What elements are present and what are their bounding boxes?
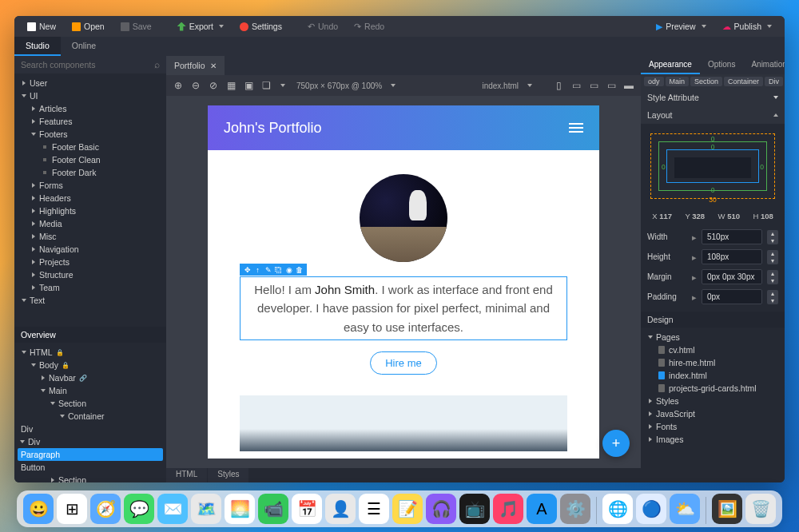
overview-item[interactable]: Paragraph xyxy=(18,448,163,461)
layout-section-header[interactable]: Layout xyxy=(641,106,785,124)
right-tab-options[interactable]: Options xyxy=(700,56,743,74)
dock-app-icon[interactable]: 😀 xyxy=(23,494,54,524)
zoom-out-icon[interactable]: ⊖ xyxy=(190,80,201,91)
canvas[interactable]: John's Portfolio ✥ ↑ ✎ ⿻ ◉ � xyxy=(166,96,641,468)
search-input[interactable] xyxy=(21,60,151,69)
dock-app-icon[interactable]: 📅 xyxy=(292,494,322,524)
redo-button[interactable]: ↷ Redo xyxy=(348,19,391,34)
new-button[interactable]: New xyxy=(21,19,62,34)
bottom-tab-html[interactable]: HTML xyxy=(166,468,207,482)
dock-app-icon[interactable]: 📝 xyxy=(392,494,423,524)
design-item[interactable]: Images xyxy=(641,433,785,446)
component-item[interactable]: UI xyxy=(14,89,166,102)
edit-icon[interactable]: ✎ xyxy=(264,265,272,274)
component-item[interactable]: Text xyxy=(14,294,166,307)
dock-app-icon[interactable]: 🌐 xyxy=(602,494,633,524)
preview-image[interactable] xyxy=(240,395,567,451)
component-item[interactable]: Footer Basic xyxy=(14,141,166,153)
dock-app-icon[interactable]: ⊞ xyxy=(57,494,87,524)
component-item[interactable]: Footer Dark xyxy=(14,166,166,179)
dock-app-icon[interactable]: ⚙️ xyxy=(560,494,590,524)
stepper[interactable]: ▴▾ xyxy=(767,270,778,284)
selected-element[interactable]: ✥ ↑ ✎ ⿻ ◉ 🗑 Hello! I am John Smith. I wo… xyxy=(240,276,567,340)
dock-app-icon[interactable]: 🗺️ xyxy=(191,494,221,524)
prop-value[interactable]: 0px xyxy=(702,289,762,304)
doc-tab-portfolio[interactable]: Portfolio✕ xyxy=(166,56,225,75)
prop-value[interactable]: 108px xyxy=(702,249,762,264)
bottom-tab-styles[interactable]: Styles xyxy=(208,468,248,482)
stepper[interactable]: ▴▾ xyxy=(767,290,778,304)
overview-item[interactable]: Navbar🔗 xyxy=(14,371,166,384)
hide-icon[interactable]: ◉ xyxy=(284,265,293,274)
design-item[interactable]: Styles xyxy=(641,395,785,407)
copy-icon[interactable]: ⿻ xyxy=(274,265,283,274)
left-tab-studio[interactable]: Studio xyxy=(14,37,61,56)
undo-button[interactable]: ↶ Undo xyxy=(301,19,344,34)
dock-app-icon[interactable]: 💬 xyxy=(124,494,154,524)
dock-app-icon[interactable]: 👤 xyxy=(325,494,356,524)
dock-app-icon[interactable]: ☰ xyxy=(359,494,389,524)
delete-icon[interactable]: 🗑 xyxy=(295,265,304,274)
component-item[interactable]: Team xyxy=(14,281,166,294)
right-tab-animation[interactable]: Animation xyxy=(743,56,785,74)
crumb-item[interactable]: Container xyxy=(724,77,763,86)
left-tab-online[interactable]: Online xyxy=(61,37,107,56)
file-dropdown[interactable]: index.html xyxy=(482,81,519,90)
prop-value[interactable]: 510px xyxy=(702,229,762,244)
overlay-icon[interactable]: ▣ xyxy=(243,80,254,91)
right-tab-appearance[interactable]: Appearance xyxy=(641,56,700,74)
preview-button[interactable]: ▶Preview xyxy=(650,19,712,34)
component-item[interactable]: Footer Clean xyxy=(14,153,166,166)
component-item[interactable]: Misc xyxy=(14,230,166,243)
component-item[interactable]: Highlights xyxy=(14,204,166,217)
move-icon[interactable]: ✥ xyxy=(243,265,252,274)
component-item[interactable]: Forms xyxy=(14,179,166,192)
overview-item[interactable]: Container xyxy=(14,410,166,423)
component-item[interactable]: Navigation xyxy=(14,243,166,256)
stepper[interactable]: ▴▾ xyxy=(767,250,778,264)
component-item[interactable]: Articles xyxy=(14,102,166,115)
dock-app-icon[interactable]: 🖼️ xyxy=(712,494,742,524)
preview-navbar[interactable]: John's Portfolio xyxy=(208,105,599,150)
close-icon[interactable]: ✕ xyxy=(210,62,217,70)
dock-app-icon[interactable]: 🎧 xyxy=(426,494,456,524)
settings-button[interactable]: Settings xyxy=(233,19,288,34)
component-item[interactable]: Structure xyxy=(14,268,166,281)
overview-item[interactable]: Main xyxy=(14,384,166,397)
stepper[interactable]: ▴▾ xyxy=(767,230,778,244)
device-tablet-icon[interactable]: ▭ xyxy=(570,80,582,91)
device-phone-icon[interactable]: ▯ xyxy=(553,80,564,91)
design-item[interactable]: Pages xyxy=(641,331,785,343)
crumb-item[interactable]: Section xyxy=(690,77,722,86)
dock-app-icon[interactable]: 🗑️ xyxy=(745,494,776,524)
overview-item[interactable]: Div xyxy=(14,423,166,435)
grid-icon[interactable]: ▦ xyxy=(225,80,237,91)
design-item[interactable]: Fonts xyxy=(641,420,785,433)
dock-app-icon[interactable]: 🧭 xyxy=(90,494,121,524)
prop-value[interactable]: 0px 0px 30px xyxy=(702,269,762,284)
preview-hire-button[interactable]: Hire me xyxy=(370,351,437,375)
dock-app-icon[interactable]: ⛅ xyxy=(670,494,700,524)
zoom-in-icon[interactable]: ⊕ xyxy=(173,80,184,91)
arrow-up-icon[interactable]: ↑ xyxy=(253,265,262,274)
component-item[interactable]: Footers xyxy=(14,128,166,141)
style-attribute-dropdown[interactable]: Style Attribute xyxy=(641,89,785,106)
device-desktop-icon[interactable]: ▭ xyxy=(606,80,617,91)
layers-icon[interactable]: ❏ xyxy=(260,80,272,91)
crumb-item[interactable]: Div xyxy=(765,77,783,86)
save-button[interactable]: Save xyxy=(114,19,158,34)
publish-button[interactable]: ☁Publish xyxy=(716,19,778,34)
component-item[interactable]: Media xyxy=(14,217,166,230)
box-model[interactable]: 0 30 0 0 0 0 xyxy=(647,130,778,202)
fab-add-button[interactable]: + xyxy=(602,430,630,457)
device-wide-icon[interactable]: ▬ xyxy=(623,80,634,91)
design-item[interactable]: JavaScript xyxy=(641,407,785,420)
dock-app-icon[interactable]: 🎵 xyxy=(493,494,523,524)
component-item[interactable]: Headers xyxy=(14,192,166,204)
design-item[interactable]: index.html xyxy=(641,369,785,382)
device-laptop-icon[interactable]: ▭ xyxy=(588,80,599,91)
dock-app-icon[interactable]: 🌅 xyxy=(225,494,255,524)
zoom-info[interactable]: 750px × 670px @ 100% xyxy=(296,81,382,90)
design-item[interactable]: projects-grid-cards.html xyxy=(641,382,785,395)
preview-avatar[interactable] xyxy=(360,174,447,262)
